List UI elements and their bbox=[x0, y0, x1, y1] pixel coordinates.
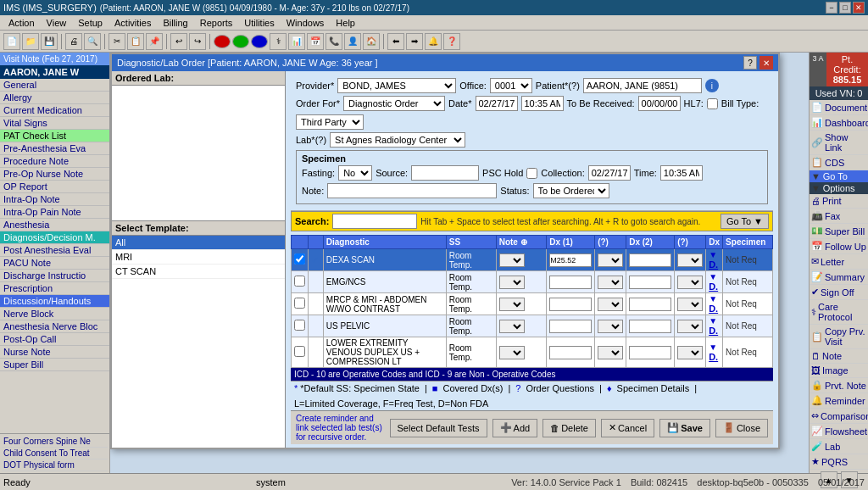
save-btn[interactable]: 💾 Save bbox=[659, 419, 710, 437]
row-dx-2[interactable]: ▼ D. bbox=[706, 293, 723, 315]
q2-select-1[interactable] bbox=[677, 276, 703, 289]
dx-link-1[interactable]: ▼ D. bbox=[709, 272, 718, 292]
q1-select-2[interactable] bbox=[598, 298, 623, 311]
right-btn-superbill[interactable]: 💵 Super Bill bbox=[810, 224, 868, 239]
right-btn-pqrs[interactable]: ★ PQRS bbox=[810, 454, 868, 470]
tb-b12[interactable]: 🔔 bbox=[425, 33, 442, 50]
tb-b13[interactable]: ❓ bbox=[443, 33, 460, 50]
sidebar-super-bill[interactable]: Super Bill bbox=[0, 359, 109, 371]
right-btn-summary[interactable]: 📝 Summary bbox=[810, 270, 868, 285]
tb-undo[interactable]: ↩ bbox=[170, 33, 187, 50]
right-btn-copy-prv[interactable]: 📋 Copy Prv. Visit bbox=[810, 325, 868, 349]
note-select-4[interactable] bbox=[499, 346, 525, 359]
right-btn-lab[interactable]: 🧪 Lab bbox=[810, 439, 868, 454]
right-btn-care-protocol[interactable]: ⚕ Care Protocol bbox=[810, 300, 868, 325]
row-dx2-4[interactable] bbox=[626, 337, 675, 368]
row-dx1-4[interactable] bbox=[547, 337, 595, 368]
menu-reports[interactable]: Reports bbox=[195, 17, 238, 29]
sidebar-general[interactable]: General bbox=[0, 79, 109, 92]
sidebar-prescription[interactable]: Prescription bbox=[0, 282, 109, 295]
row-q2-0[interactable] bbox=[675, 249, 706, 271]
row-q1-2[interactable] bbox=[595, 293, 626, 315]
row-dx2-3[interactable] bbox=[626, 315, 675, 337]
tb-b5[interactable]: 📊 bbox=[288, 33, 305, 50]
right-btn-fax[interactable]: 📠 Fax bbox=[810, 209, 868, 224]
tb-b8[interactable]: 👤 bbox=[344, 33, 361, 50]
sidebar-vital-signs[interactable]: Vital Signs bbox=[0, 117, 109, 130]
sidebar-procedure-note[interactable]: Procedure Note bbox=[0, 155, 109, 168]
cancel-btn[interactable]: ✕ Cancel bbox=[601, 419, 654, 437]
right-btn-show-link[interactable]: 🔗 Show Link bbox=[810, 131, 868, 155]
sidebar-pre-anesthesia[interactable]: Pre-Anesthesia Eva bbox=[0, 142, 109, 155]
q1-select-0[interactable] bbox=[598, 253, 623, 267]
maximize-btn[interactable]: □ bbox=[839, 2, 851, 14]
right-btn-letter[interactable]: ✉ Letter bbox=[810, 254, 868, 270]
note-select-1[interactable] bbox=[499, 276, 525, 289]
row-checkbox-cell[interactable] bbox=[292, 315, 309, 337]
note-select-3[interactable] bbox=[499, 320, 525, 333]
dx2-input-0[interactable] bbox=[629, 253, 671, 267]
tb-preview[interactable]: 🔍 bbox=[84, 33, 101, 50]
menu-billing[interactable]: Billing bbox=[158, 17, 192, 29]
q2-select-4[interactable] bbox=[677, 346, 703, 359]
sidebar-intra-op-note[interactable]: Intra-Op Note bbox=[0, 193, 109, 206]
row-q2-3[interactable] bbox=[675, 315, 706, 337]
right-btn-prvt-note[interactable]: 🔒 Prvt. Note bbox=[810, 378, 868, 393]
row-dx1-3[interactable] bbox=[547, 315, 595, 337]
tb-save[interactable]: 💾 bbox=[41, 33, 58, 50]
lab-select[interactable]: St Agnes Radiology Center bbox=[330, 132, 465, 148]
tb-b9[interactable]: 🏠 bbox=[363, 33, 380, 50]
right-btn-flowsheet[interactable]: 📈 Flowsheet bbox=[810, 424, 868, 439]
tb-paste[interactable]: 📌 bbox=[146, 33, 163, 50]
right-btn-sign-off[interactable]: ✔ Sign Off bbox=[810, 285, 868, 300]
menu-setup[interactable]: Setup bbox=[73, 17, 108, 29]
close-app-btn[interactable]: ✕ bbox=[853, 2, 865, 14]
row-dx2-2[interactable] bbox=[626, 293, 675, 315]
row-q2-1[interactable] bbox=[675, 271, 706, 293]
row-checkbox-cell[interactable] bbox=[292, 337, 309, 368]
sidebar-allergy[interactable]: Allergy bbox=[0, 92, 109, 104]
row-dx2-1[interactable] bbox=[626, 271, 675, 293]
menu-help[interactable]: Help bbox=[331, 17, 360, 29]
dx1-input-4[interactable] bbox=[549, 346, 592, 359]
dialog-help-btn[interactable]: ? bbox=[743, 56, 757, 70]
dialog-close-btn[interactable]: ✕ bbox=[760, 56, 773, 70]
note-select-2[interactable] bbox=[499, 298, 525, 311]
q2-select-0[interactable] bbox=[677, 253, 703, 267]
tb-print[interactable]: 🖨 bbox=[65, 33, 82, 50]
row-q1-4[interactable] bbox=[595, 337, 626, 368]
status-select[interactable]: To be Ordered bbox=[533, 183, 609, 198]
right-btn-reminder[interactable]: 🔔 Reminder bbox=[810, 393, 868, 409]
template-all[interactable]: All bbox=[112, 236, 285, 250]
template-ct-scan[interactable]: CT SCAN bbox=[112, 264, 285, 279]
select-default-btn[interactable]: Select Default Tests bbox=[390, 419, 487, 437]
row-checkbox-cell[interactable] bbox=[292, 249, 309, 271]
row-checkbox-0[interactable] bbox=[294, 253, 305, 264]
tb-b2[interactable] bbox=[232, 35, 249, 48]
right-btn-print[interactable]: 🖨 Print bbox=[810, 194, 868, 209]
to-be-received-input[interactable] bbox=[638, 96, 681, 111]
tb-copy[interactable]: 📋 bbox=[127, 33, 144, 50]
provider-select[interactable]: BOND, JAMES bbox=[337, 78, 456, 93]
dx1-input-0[interactable] bbox=[549, 253, 592, 267]
row-note-0[interactable] bbox=[496, 249, 546, 271]
sidebar-pacu-note[interactable]: PACU Note bbox=[0, 257, 109, 270]
sidebar-pre-op-nurse[interactable]: Pre-Op Nurse Note bbox=[0, 168, 109, 181]
sidebar-footer-item2[interactable]: Child Consent To Treat bbox=[2, 448, 108, 459]
sidebar-anesthesia[interactable]: Anesthesia bbox=[0, 219, 109, 231]
right-btn-note[interactable]: 🗒 Note bbox=[810, 349, 868, 364]
q1-select-3[interactable] bbox=[598, 320, 623, 333]
dx1-input-3[interactable] bbox=[549, 320, 592, 333]
tb-b6[interactable]: 📅 bbox=[307, 33, 324, 50]
right-btn-followup[interactable]: 📅 Follow Up bbox=[810, 239, 868, 254]
row-note-4[interactable] bbox=[496, 337, 546, 368]
dx2-input-2[interactable] bbox=[629, 298, 671, 311]
dx-link-0[interactable]: ▼ D. bbox=[709, 250, 718, 270]
delete-btn[interactable]: 🗑 Delete bbox=[542, 419, 596, 437]
footer-reminder-link[interactable]: Create reminder and link selected lab te… bbox=[296, 414, 385, 442]
office-select[interactable]: 0001 bbox=[490, 78, 532, 93]
dx-link-2[interactable]: ▼ D. bbox=[709, 294, 718, 314]
close-dialog-btn[interactable]: 🚪 Close bbox=[715, 419, 768, 437]
minimize-btn[interactable]: − bbox=[826, 2, 837, 14]
order-for-select[interactable]: Diagnostic Order bbox=[343, 96, 445, 111]
